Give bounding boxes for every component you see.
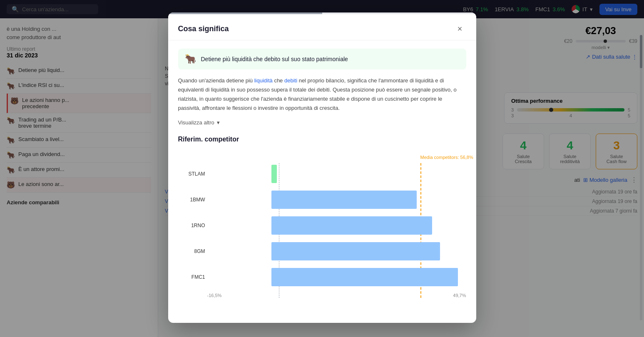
scroll-indicator-top (168, 12, 476, 14)
x-max-label: 49,7% (453, 293, 466, 298)
bar-row-8gm: 8GM (207, 241, 466, 261)
bar-wrapper-fmc1 (207, 268, 466, 286)
bar-row-stlam: STLAM (207, 164, 466, 184)
chevron-down-icon: ▾ (217, 119, 220, 126)
bar-8gm (271, 242, 440, 260)
modal-close-button[interactable]: × (454, 22, 466, 35)
highlight-box: 🐂 Detiene più liquidità che debito sul s… (178, 49, 466, 69)
bar-fmc1 (271, 268, 458, 286)
bar-row-1rno: 1RNO (207, 216, 466, 235)
competitor-section: Riferim. competitor Media competitors: 5… (178, 136, 466, 315)
x-axis-labels: -16,5% 49,7% (207, 293, 466, 298)
x-min-label: -16,5% (207, 293, 222, 298)
bar-wrapper-1bmw (207, 191, 466, 209)
link-debiti[interactable]: debiti (284, 77, 297, 84)
modal-overlay[interactable]: Cosa significa × 🐂 Detiene più liquidità… (0, 0, 644, 337)
modal-description: Quando un'azienda detiene più liquidità … (178, 76, 466, 113)
bar-wrapper-8gm (207, 242, 466, 260)
bull-highlight-icon: 🐂 (185, 54, 196, 64)
bar-label-fmc1: FMC1 (178, 274, 205, 280)
bar-1rno (271, 216, 432, 235)
chart-area: Media competitors: 56,8% STLAM (178, 151, 466, 315)
modal-dialog: Cosa significa × 🐂 Detiene più liquidità… (168, 12, 476, 323)
avg-line-label: Media competitors: 56,8% (420, 155, 473, 160)
bar-1bmw (271, 191, 416, 209)
scroll-progress (168, 12, 322, 14)
modal-header: Cosa significa × (168, 14, 476, 40)
bar-wrapper-1rno (207, 216, 466, 235)
bar-label-1rno: 1RNO (178, 223, 205, 228)
bar-label-stlam: STLAM (178, 171, 205, 177)
bar-wrapper-stlam (207, 165, 466, 183)
competitor-title: Riferim. competitor (178, 136, 466, 143)
visualizza-altro-label: Visualizza altro (178, 119, 214, 126)
bar-row-fmc1: FMC1 (207, 267, 466, 287)
modal-body: 🐂 Detiene più liquidità che debito sul s… (168, 40, 476, 323)
bar-label-1bmw: 1BMW (178, 197, 205, 203)
bar-stlam (271, 165, 276, 183)
visualizza-altro-button[interactable]: Visualizza altro ▾ (178, 119, 466, 126)
bar-row-1bmw: 1BMW (207, 190, 466, 210)
bar-label-8gm: 8GM (178, 248, 205, 254)
highlight-text: Detiene più liquidità che debito sul suo… (201, 56, 348, 62)
modal-title: Cosa significa (178, 25, 229, 33)
link-liquidita[interactable]: liquidità (254, 77, 273, 84)
